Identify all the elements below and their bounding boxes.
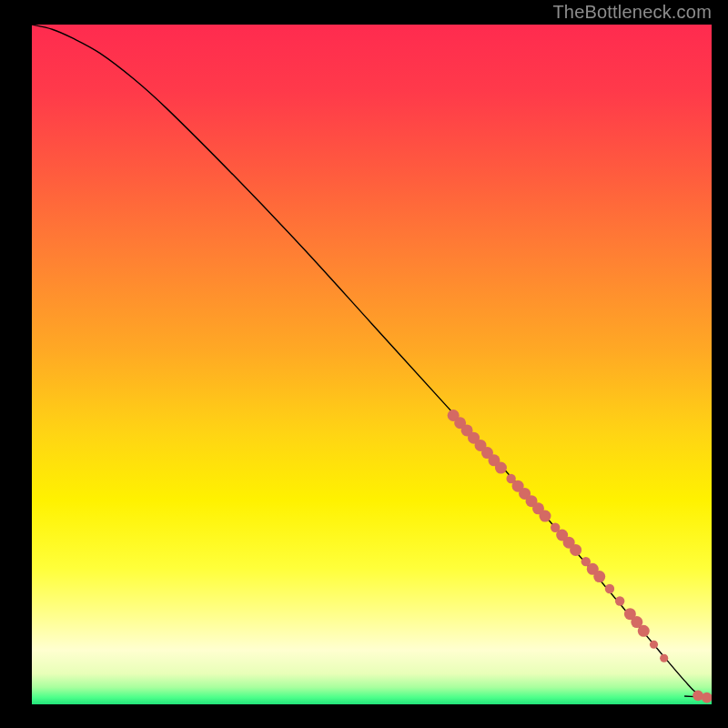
chart-svg — [32, 25, 712, 704]
scatter-point — [539, 511, 551, 522]
scatter-point — [660, 654, 668, 662]
chart-frame: { "attribution": "TheBottleneck.com", "c… — [0, 0, 728, 728]
plot-area — [32, 25, 712, 704]
scatter-point — [693, 690, 703, 701]
scatter-point — [650, 641, 658, 649]
attribution-text: TheBottleneck.com — [552, 2, 712, 23]
gradient-background — [32, 25, 712, 704]
scatter-point — [638, 625, 650, 637]
scatter-point — [495, 462, 507, 474]
scatter-point — [615, 596, 624, 605]
scatter-point — [605, 584, 614, 593]
scatter-point — [570, 544, 581, 556]
scatter-point — [593, 571, 605, 582]
